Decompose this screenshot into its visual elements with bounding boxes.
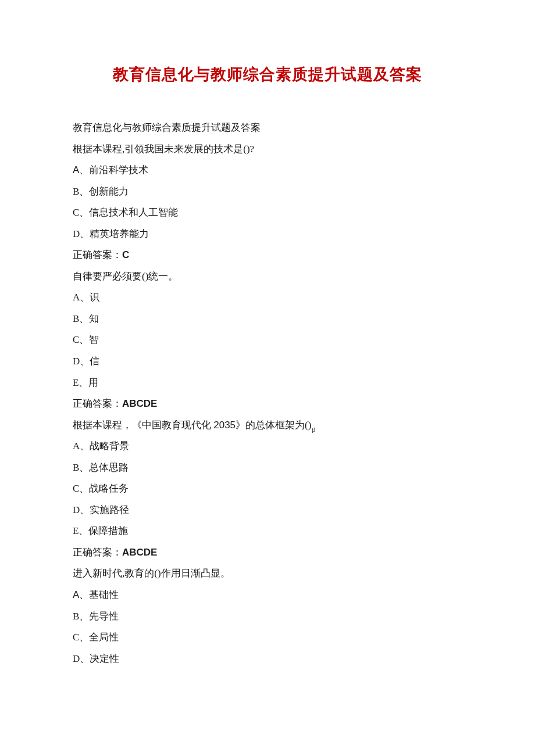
option-letter: A xyxy=(73,292,80,303)
option-letter: E xyxy=(73,525,79,536)
line-text: 、实施路径 xyxy=(80,504,129,515)
option-letter: B xyxy=(73,313,79,324)
text-line: A、前沿科学技术 xyxy=(73,160,462,181)
answer-value: ABCDE xyxy=(122,547,157,558)
line-text: 、创新能力 xyxy=(79,186,129,197)
line-text: 正确答案： xyxy=(73,547,122,558)
text-line: A、战略背景 xyxy=(73,436,462,457)
line-text: 、先导性 xyxy=(79,611,119,622)
line-text: 、智 xyxy=(79,334,99,345)
option-letter: A xyxy=(73,440,80,452)
line-text: 自律要严必须要()统一。 xyxy=(73,271,178,282)
subscript: β xyxy=(312,426,315,433)
text-line: A、基础性 xyxy=(73,585,462,606)
line-text: 、战略背景 xyxy=(80,440,129,452)
text-line: B、总体思路 xyxy=(73,457,462,479)
option-letter: A xyxy=(73,589,79,600)
line-text: 、信 xyxy=(80,356,99,367)
line-text: 、识 xyxy=(80,292,99,303)
text-line: C、全局性 xyxy=(73,627,462,648)
line-text: 、战略任务 xyxy=(79,483,129,494)
line-text: 、用 xyxy=(79,377,98,388)
line-text: 、保障措施 xyxy=(79,525,128,536)
text-line: B、知 xyxy=(73,309,462,330)
line-text: 根据本课程，《中国教育现代化 xyxy=(73,420,213,431)
option-letter: D xyxy=(73,504,80,515)
line-text: 、前沿科学技术 xyxy=(79,164,148,175)
text-line: D、信 xyxy=(73,351,462,372)
line-text: 正确答案： xyxy=(73,398,122,409)
option-letter: C xyxy=(73,334,79,345)
line-text: 、信息技术和人工智能 xyxy=(79,207,178,218)
option-letter: C xyxy=(73,483,79,494)
text-line: 自律要严必须要()统一。 xyxy=(73,266,462,288)
line-text: 进入新时代,教育的()作用日渐凸显。 xyxy=(73,568,230,579)
text-line: D、精英培养能力 xyxy=(73,224,462,245)
text-line: B、先导性 xyxy=(73,606,462,628)
option-letter: C xyxy=(73,207,79,218)
text-line: A、识 xyxy=(73,287,462,309)
line-text: 教育信息化与教师综合素质提升试题及答案 xyxy=(73,122,261,133)
text-line: 正确答案：ABCDE xyxy=(73,542,462,564)
text-line: 正确答案：C xyxy=(73,245,462,266)
document-body: 教育信息化与教师综合素质提升试题及答案根据本课程,引领我国未来发展的技术是()?… xyxy=(73,117,462,669)
text-line: 正确答案：ABCDE xyxy=(73,393,462,415)
line-text: 、基础性 xyxy=(79,589,119,600)
line-text: 、知 xyxy=(79,313,99,324)
line-text: 正确答案： xyxy=(73,249,122,260)
text-line: D、实施路径 xyxy=(73,500,462,521)
option-letter: B xyxy=(73,611,79,622)
text-line: D、决定性 xyxy=(73,648,462,670)
line-text: 》的总体框架为() xyxy=(236,420,311,431)
option-letter: B xyxy=(73,186,79,197)
text-line: 根据本课程，《中国教育现代化 2035》的总体框架为()β xyxy=(73,415,462,436)
text-line: 进入新时代,教育的()作用日渐凸显。 xyxy=(73,563,462,585)
text-line: E、用 xyxy=(73,372,462,394)
text-line: C、战略任务 xyxy=(73,478,462,500)
text-line: 根据本课程,引领我国未来发展的技术是()? xyxy=(73,139,462,160)
text-line: C、信息技术和人工智能 xyxy=(73,202,462,224)
line-text: 、总体思路 xyxy=(79,462,129,473)
option-letter: C xyxy=(73,632,79,643)
inline-number: 2035 xyxy=(213,420,236,431)
text-line: C、智 xyxy=(73,329,462,351)
text-line: E、保障措施 xyxy=(73,521,462,542)
line-text: 、全局性 xyxy=(79,632,119,643)
option-letter: E xyxy=(73,377,79,388)
answer-value: ABCDE xyxy=(122,398,157,409)
option-letter: A xyxy=(73,164,79,175)
text-line: 教育信息化与教师综合素质提升试题及答案 xyxy=(73,117,462,139)
text-line: B、创新能力 xyxy=(73,181,462,203)
option-letter: D xyxy=(73,653,80,664)
document-title: 教育信息化与教师综合素质提升试题及答案 xyxy=(73,64,462,85)
line-text: 根据本课程,引领我国未来发展的技术是()? xyxy=(73,144,254,155)
option-letter: B xyxy=(73,462,79,473)
option-letter: D xyxy=(73,228,80,239)
option-letter: D xyxy=(73,356,80,367)
line-text: 、精英培养能力 xyxy=(80,228,149,239)
answer-value: C xyxy=(122,249,129,260)
line-text: 、决定性 xyxy=(80,653,119,664)
